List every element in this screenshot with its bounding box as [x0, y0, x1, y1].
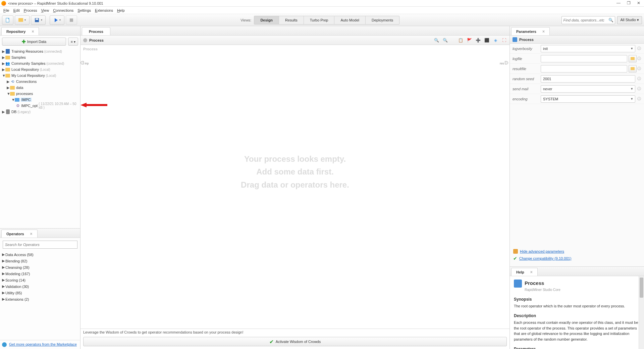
tree-item-db[interactable]: ▶DB(Legacy): [2, 109, 78, 115]
clipboard-icon[interactable]: 📋: [458, 38, 463, 43]
fullscreen-icon[interactable]: ⛶: [501, 38, 507, 43]
port-output[interactable]: res: [500, 61, 508, 65]
window-minimize[interactable]: —: [614, 1, 623, 6]
help-scrollbar[interactable]: [639, 276, 644, 349]
folder-icon: [18, 18, 23, 22]
global-search-input[interactable]: [563, 18, 608, 22]
tree-item-local-repo[interactable]: ▶Local Repository(Local): [2, 66, 78, 72]
window-close[interactable]: ✕: [635, 1, 643, 6]
parameters-tab[interactable]: Parameters ×: [511, 27, 550, 35]
save-button[interactable]: ▾: [31, 15, 46, 25]
close-icon[interactable]: ×: [530, 270, 533, 275]
check-icon: ✔: [269, 339, 274, 345]
save-icon: [34, 17, 40, 23]
run-button[interactable]: ▾: [50, 15, 64, 25]
globe-icon: [2, 342, 7, 347]
info-icon[interactable]: ⓘ: [637, 76, 641, 81]
menu-view[interactable]: View: [41, 8, 49, 12]
info-icon[interactable]: ⓘ: [637, 66, 641, 71]
port-input[interactable]: inp: [80, 61, 89, 65]
op-group-cleansing[interactable]: ▶Cleansing (28): [2, 264, 78, 270]
zoom-in-icon[interactable]: 🔍: [442, 38, 448, 43]
close-icon[interactable]: ×: [30, 232, 33, 236]
tab-design[interactable]: Design: [254, 16, 279, 24]
tree-item-my-local[interactable]: ▼My Local Repository(Local): [2, 72, 78, 79]
menu-settings[interactable]: Settings: [77, 8, 91, 12]
operators-search[interactable]: [3, 241, 77, 249]
import-menu-button[interactable]: ≡ ▾: [68, 38, 78, 46]
view-tabs: Design Results Turbo Prep Auto Model Dep…: [254, 16, 399, 24]
operators-footer: Get more operators from the Marketplace: [0, 340, 80, 349]
process-breadcrumb[interactable]: Process: [89, 38, 434, 42]
info-icon[interactable]: ⓘ: [637, 56, 641, 61]
zoom-out-icon[interactable]: 🔍: [434, 38, 439, 43]
marketplace-link[interactable]: Get more operators from the Marketplace: [9, 342, 77, 346]
op-group-blending[interactable]: ▶Blending (82): [2, 258, 78, 264]
param-logverbosity-select[interactable]: init: [541, 45, 635, 52]
menu-extensions[interactable]: Extensions: [95, 8, 113, 12]
help-tab[interactable]: Help ×: [511, 268, 538, 276]
tree-item-community[interactable]: ▶👥Community Samples(connected): [2, 60, 78, 66]
info-icon[interactable]: ⓘ: [637, 86, 641, 91]
param-logfile-input[interactable]: [541, 55, 627, 62]
process-canvas[interactable]: Process inp res Your process looks empty…: [80, 45, 509, 329]
op-group-data-access[interactable]: ▶Data Access (58): [2, 251, 78, 258]
wisdom-hint: Leverage the Wisdom of Crowds to get ope…: [80, 329, 509, 336]
op-group-utility[interactable]: ▶Utility (85): [2, 290, 78, 296]
operators-search-input[interactable]: [3, 241, 77, 248]
param-random-seed-input[interactable]: 2001: [541, 75, 635, 83]
close-icon[interactable]: ×: [32, 29, 34, 34]
folder-icon: [5, 68, 10, 71]
tree-item-samples[interactable]: ▶Samples: [2, 54, 78, 60]
tree-item-impc-opt[interactable]: IMPC_opt( 11/22/21 10:29 AM – 50 kB ): [2, 103, 78, 109]
menu-file[interactable]: File: [3, 8, 9, 12]
tab-results[interactable]: Results: [279, 16, 304, 24]
param-logfile-browse[interactable]: [629, 55, 637, 62]
global-search[interactable]: 🔍: [561, 16, 615, 24]
add-icon[interactable]: ➕: [475, 38, 481, 43]
window-maximize[interactable]: ❐: [625, 1, 633, 6]
op-group-scoring[interactable]: ▶Scoring (14): [2, 277, 78, 283]
import-data-button[interactable]: ✚Import Data: [2, 38, 66, 46]
tree-item-connections[interactable]: ▶⟲Connections: [2, 79, 78, 85]
repository-tab[interactable]: Repository ×: [1, 27, 39, 35]
info-icon[interactable]: ⓘ: [637, 46, 641, 51]
process-square-icon: [513, 37, 517, 42]
param-resultfile-input[interactable]: [541, 65, 627, 72]
menu-process[interactable]: Process: [24, 8, 37, 12]
operators-tab[interactable]: Operators ×: [1, 230, 38, 238]
menu-connections[interactable]: Connections: [53, 8, 73, 12]
tab-deployments[interactable]: Deployments: [366, 16, 399, 24]
process-tab[interactable]: Process: [82, 27, 110, 35]
arrange-icon[interactable]: ⬛: [484, 38, 489, 43]
close-icon[interactable]: ×: [542, 29, 545, 34]
menu-edit[interactable]: Edit: [13, 8, 20, 12]
flag-icon[interactable]: 🚩: [467, 38, 472, 43]
help-body: Process RapidMiner Studio Core Synopsis …: [510, 276, 644, 349]
new-button[interactable]: [2, 15, 13, 25]
tree-item-processes[interactable]: ▼processes: [2, 91, 78, 97]
op-group-extensions[interactable]: ▶Extensions (2): [2, 296, 78, 302]
tab-auto-model[interactable]: Auto Model: [334, 16, 366, 24]
hide-advanced-link[interactable]: Hide advanced parameters: [520, 249, 564, 253]
tab-turbo-prep[interactable]: Turbo Prep: [304, 16, 335, 24]
app-icon: [1, 1, 6, 6]
folder-icon: [631, 67, 635, 70]
menu-help[interactable]: Help: [117, 8, 125, 12]
activate-wisdom-button[interactable]: ✔Activate Wisdom of Crowds: [83, 337, 507, 346]
tree-item-data[interactable]: ▶data: [2, 85, 78, 91]
tree-item-training[interactable]: ▶Training Resources(connected): [2, 48, 78, 54]
process-square-icon: [514, 280, 522, 288]
op-group-validation[interactable]: ▶Validation (30): [2, 283, 78, 290]
info-icon[interactable]: ⓘ: [637, 96, 641, 101]
stop-button[interactable]: [66, 15, 77, 25]
change-compatibility-link[interactable]: Change compatibility (9.10.001): [519, 256, 571, 260]
op-group-modeling[interactable]: ▶Modeling (167): [2, 270, 78, 277]
open-button[interactable]: ▾: [15, 15, 30, 25]
scrollbar-thumb[interactable]: [640, 278, 643, 298]
param-resultfile-browse[interactable]: [629, 65, 637, 72]
param-encoding-select[interactable]: SYSTEM: [541, 95, 635, 103]
param-send-mail-select[interactable]: never: [541, 85, 635, 93]
layers-icon[interactable]: ◈: [493, 38, 498, 43]
all-studio-dropdown[interactable]: All Studio ▾: [617, 16, 642, 24]
